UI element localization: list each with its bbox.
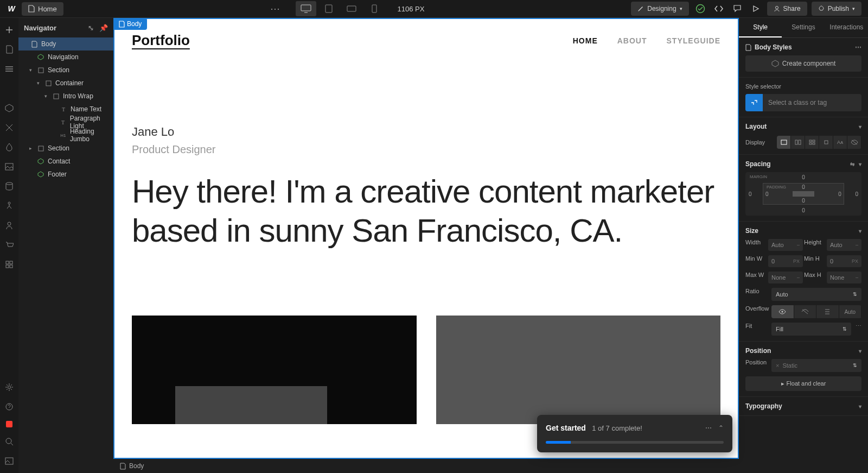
breakpoint-landscape[interactable]: [341, 1, 362, 16]
publish-button[interactable]: Publish ▾: [812, 2, 861, 16]
logic-icon[interactable]: [4, 200, 15, 211]
navigator-icon[interactable]: [4, 64, 15, 74]
minw-input[interactable]: 0PX: [768, 255, 803, 267]
display-inline-block[interactable]: [819, 136, 833, 149]
display-grid[interactable]: [805, 136, 819, 149]
breakpoint-mobile[interactable]: [364, 1, 385, 16]
tab-style[interactable]: Style: [739, 18, 782, 37]
checkmark-icon[interactable]: [693, 2, 707, 16]
svg-rect-19: [46, 81, 51, 86]
minh-input[interactable]: 0PX: [827, 255, 861, 267]
class-selector[interactable]: Select a class or tag: [745, 94, 861, 111]
menu-about[interactable]: ABOUT: [617, 36, 647, 45]
popup-more-icon[interactable]: ⋯: [705, 424, 712, 432]
webflow-logo[interactable]: W: [5, 3, 17, 15]
svg-rect-29: [825, 141, 828, 144]
width-input[interactable]: Auto–: [768, 239, 803, 251]
selected-body-tag[interactable]: Body: [113, 18, 147, 30]
float-clear-button[interactable]: ▸Float and clear: [745, 376, 861, 391]
variables-icon[interactable]: [4, 122, 15, 133]
audit-icon[interactable]: [4, 456, 15, 466]
tree-item-paragraph-light[interactable]: TParagraph Light: [18, 116, 113, 129]
overflow-auto[interactable]: Auto: [839, 305, 862, 318]
tree-item-intro-wrap[interactable]: ▾Intro Wrap: [18, 90, 113, 103]
tree-item-body[interactable]: Body: [18, 37, 113, 51]
chevron-down-icon[interactable]: ▾: [859, 403, 861, 409]
svg-rect-28: [813, 143, 815, 144]
overflow-visible[interactable]: [771, 305, 794, 318]
apps-icon[interactable]: [4, 259, 15, 270]
display-inline[interactable]: Aᴀ: [833, 136, 847, 149]
chevron-down-icon[interactable]: ▾: [859, 124, 861, 130]
share-button[interactable]: Share: [767, 2, 807, 16]
search-icon[interactable]: [4, 436, 15, 447]
role-text[interactable]: Product Designer: [132, 143, 720, 156]
breadcrumb[interactable]: Body: [113, 459, 739, 473]
svg-point-8: [8, 202, 10, 204]
svg-rect-20: [54, 94, 59, 99]
collapse-icon[interactable]: ⤡: [88, 24, 94, 32]
chevron-down-icon[interactable]: ▾: [859, 348, 861, 354]
help-icon[interactable]: [4, 401, 15, 412]
site-logo[interactable]: Portfolio: [132, 32, 190, 49]
tree-item-footer[interactable]: Footer: [18, 168, 113, 181]
tab-settings[interactable]: Settings: [782, 18, 825, 37]
project-card-1[interactable]: [132, 316, 417, 424]
overflow-hidden[interactable]: [794, 305, 817, 318]
assets-icon[interactable]: [4, 161, 15, 172]
name-text[interactable]: Jane Lo: [132, 125, 720, 139]
ratio-select[interactable]: Auto⇅: [771, 288, 861, 301]
designing-mode-button[interactable]: Designing ▾: [631, 2, 688, 16]
code-icon[interactable]: [712, 2, 726, 16]
svg-rect-21: [39, 146, 43, 151]
tree-item-section[interactable]: ▸Section: [18, 142, 113, 155]
tree-item-contact[interactable]: Contact: [18, 155, 113, 168]
position-select[interactable]: ×Static ⇅: [771, 359, 861, 372]
display-flex[interactable]: [791, 136, 805, 149]
create-component-button[interactable]: Create component: [745, 55, 861, 72]
fit-select[interactable]: Fill⇅: [771, 323, 851, 336]
pin-icon[interactable]: 📌: [99, 24, 108, 32]
add-icon[interactable]: [4, 24, 15, 35]
overflow-scroll[interactable]: [816, 305, 839, 318]
video-icon[interactable]: [6, 421, 12, 427]
menu-styleguide[interactable]: STYLEGUIDE: [667, 36, 720, 45]
chevron-down-icon[interactable]: ▾: [859, 161, 861, 167]
maxh-input[interactable]: None–: [827, 272, 861, 283]
heading-jumbo[interactable]: Hey there! I'm a creative content market…: [132, 172, 720, 250]
preview-icon[interactable]: [749, 2, 763, 16]
more-icon[interactable]: ⋯: [856, 323, 861, 336]
project-card-2[interactable]: [436, 316, 721, 424]
tree-item-container[interactable]: ▾Container: [18, 77, 113, 90]
breakpoint-tablet[interactable]: [318, 1, 339, 16]
display-none[interactable]: [847, 136, 861, 149]
tree-item-name-text[interactable]: TName Text: [18, 103, 113, 116]
navigator-title: Navigator: [24, 24, 56, 32]
tree-item-navigation[interactable]: Navigation: [18, 51, 113, 64]
popup-collapse-icon[interactable]: ⌃: [718, 424, 724, 432]
tree-item-heading-jumbo[interactable]: H1Heading Jumbo: [18, 129, 113, 142]
svg-point-30: [782, 311, 783, 313]
styles-icon[interactable]: [4, 142, 15, 153]
settings-icon[interactable]: [4, 382, 15, 393]
components-icon[interactable]: [4, 103, 15, 113]
home-page-button[interactable]: Home: [22, 2, 63, 16]
menu-home[interactable]: HOME: [573, 36, 598, 45]
spacing-options-icon[interactable]: ⇆: [850, 161, 854, 167]
users-icon[interactable]: [4, 220, 15, 231]
breakpoint-desktop[interactable]: [296, 1, 316, 16]
display-block[interactable]: [777, 136, 791, 149]
more-icon[interactable]: ⋯: [270, 3, 280, 15]
more-icon[interactable]: ⋯: [855, 43, 861, 51]
design-canvas[interactable]: Portfolio HOME ABOUT STYLEGUIDE Jane Lo …: [113, 18, 739, 459]
chevron-down-icon[interactable]: ▾: [859, 228, 861, 234]
ecommerce-icon[interactable]: [4, 239, 15, 250]
tab-interactions[interactable]: Interactions: [825, 18, 868, 37]
tree-item-section[interactable]: ▾Section: [18, 64, 113, 77]
height-input[interactable]: Auto–: [827, 239, 861, 251]
maxw-input[interactable]: None–: [768, 272, 803, 283]
spacing-editor[interactable]: MARGIN 0 0 0 0 PADDING 0 0 0 0: [745, 172, 861, 216]
pages-icon[interactable]: [4, 44, 15, 55]
cms-icon[interactable]: [4, 181, 15, 192]
comment-icon[interactable]: [730, 2, 744, 16]
